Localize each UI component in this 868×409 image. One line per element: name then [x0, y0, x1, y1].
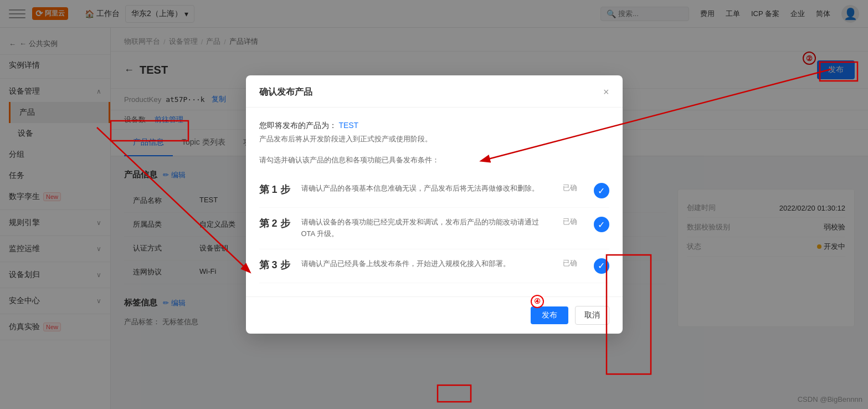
step-3-checkbox[interactable]: ✓: [594, 258, 609, 274]
step-1-content: 请确认产品的各项基本信息准确无误，产品发布后将无法再做修改和删除。: [301, 183, 554, 195]
step-2-content: 请确认设备的各项功能已经完成开发和调试，发布后产品的功能改动请通过 OTA 升级…: [301, 217, 554, 240]
step-3-number: 第 3 步: [259, 258, 292, 272]
modal-product-name: TEST: [338, 121, 358, 130]
step-2-number: 第 2 步: [259, 217, 292, 230]
step-1-already-label: 已确: [563, 183, 585, 193]
step-2-already-label: 已确: [563, 217, 585, 227]
modal-close-btn[interactable]: ×: [603, 86, 609, 98]
modal-intro-prefix: 您即将发布的产品为：: [259, 121, 337, 130]
annotation-4: ④: [531, 295, 544, 308]
modal-intro: 您即将发布的产品为： TEST: [259, 121, 609, 131]
modal-sub-text: 产品发布后将从开发阶段进入到正式投产或使用阶段。: [259, 134, 609, 144]
modal-header: 确认发布产品 ×: [246, 75, 623, 108]
modal-publish-button[interactable]: 发布: [531, 306, 568, 324]
publish-modal: 确认发布产品 × 您即将发布的产品为： TEST 产品发布后将从开发阶段进入到正…: [246, 75, 623, 334]
modal-body: 您即将发布的产品为： TEST 产品发布后将从开发阶段进入到正式投产或使用阶段。…: [246, 108, 623, 296]
modal-overlay: 确认发布产品 × 您即将发布的产品为： TEST 产品发布后将从开发阶段进入到正…: [0, 0, 868, 409]
step-1-checkbox[interactable]: ✓: [594, 183, 609, 198]
step-1-number: 第 1 步: [259, 183, 292, 196]
modal-step-1: 第 1 步 请确认产品的各项基本信息准确无误，产品发布后将无法再做修改和删除。 …: [259, 174, 609, 208]
modal-cancel-button[interactable]: 取消: [575, 306, 609, 325]
step-1-check-area: ✓: [594, 183, 609, 198]
modal-footer-btns: ④ 发布 取消: [531, 306, 609, 325]
modal-step-2: 第 2 步 请确认设备的各项功能已经完成开发和调试，发布后产品的功能改动请通过 …: [259, 208, 609, 249]
modal-footer: ④ 发布 取消: [246, 296, 623, 334]
modal-title: 确认发布产品: [259, 86, 312, 98]
step-3-content: 请确认产品已经具备上线发布条件，开始进入规模化接入和部署。: [301, 258, 554, 270]
modal-confirm-label: 请勾选并确认该产品的信息和各项功能已具备发布条件：: [259, 155, 609, 165]
modal-step-3: 第 3 步 请确认产品已经具备上线发布条件，开始进入规模化接入和部署。 已确 ✓: [259, 249, 609, 283]
step-3-already-label: 已确: [563, 258, 585, 268]
step-2-checkbox[interactable]: ✓: [594, 217, 609, 232]
